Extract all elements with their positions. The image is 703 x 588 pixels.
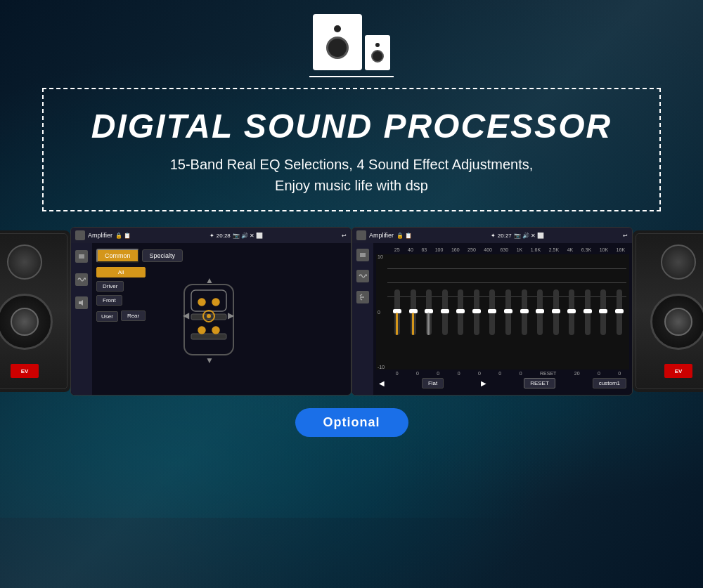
slider-handle-8[interactable] — [504, 309, 512, 313]
slider-track-9[interactable] — [522, 289, 527, 335]
all-button[interactable]: All — [96, 267, 146, 277]
val-10: 0 — [598, 371, 600, 376]
vol-icon-r[interactable] — [356, 291, 369, 303]
freq-1k: 1K — [517, 247, 523, 252]
slider-fill-2 — [412, 313, 414, 335]
rear-button[interactable]: Rear — [121, 311, 146, 321]
slider-track-10[interactable] — [537, 289, 543, 335]
eq-band-7[interactable] — [489, 284, 495, 340]
front-button[interactable]: Front — [96, 295, 122, 306]
slider-track-14[interactable] — [600, 289, 606, 335]
eq-band-1[interactable] — [394, 284, 400, 340]
slider-handle-5[interactable] — [456, 309, 465, 313]
eq-band-14[interactable] — [600, 284, 606, 340]
prev-icon[interactable]: ◀ — [379, 379, 385, 387]
user-button[interactable]: User — [96, 311, 118, 322]
slider-handle-10[interactable] — [536, 309, 544, 313]
dashed-box: DIGITAL SOUND PROCESSOR 15-Band Real EQ … — [42, 88, 661, 211]
grid-line-10 — [387, 268, 626, 269]
flat-button[interactable]: Flat — [422, 378, 444, 388]
time-right: 20:27 — [498, 233, 512, 239]
eq-band-6[interactable] — [474, 284, 479, 340]
status-left-right: Amplifier 🔒 📋 — [356, 230, 412, 240]
slider-track-1[interactable] — [394, 289, 400, 335]
main-title: DIGITAL SOUND PROCESSOR — [72, 107, 631, 145]
back-icon-left[interactable]: ↩ — [342, 233, 347, 239]
eq-icon[interactable] — [75, 250, 88, 263]
eq-band-10[interactable] — [537, 284, 543, 340]
eq-bands-area: 10 0 -10 — [376, 254, 629, 370]
slider-handle-6[interactable] — [472, 309, 481, 313]
speaker-cabinet-left: EV — [0, 230, 70, 392]
val-11: 0 — [618, 371, 621, 376]
next-icon[interactable]: ▶ — [481, 379, 486, 387]
eq-band-3[interactable] — [426, 284, 432, 340]
optional-button[interactable]: Optional — [295, 408, 408, 437]
freq-25: 25 — [394, 247, 400, 252]
reset-button[interactable]: RESET — [524, 378, 555, 388]
freq-63k: 6.3K — [581, 247, 591, 252]
slider-track-3[interactable] — [426, 289, 432, 335]
eq-band-12[interactable] — [569, 284, 574, 340]
freq-250: 250 — [467, 247, 476, 252]
slider-handle-13[interactable] — [583, 309, 592, 313]
slider-track-8[interactable] — [505, 289, 511, 335]
amp-screen-body: Common Specialty All Driver Front — [71, 243, 351, 395]
slider-track-6[interactable] — [474, 289, 479, 335]
slider-handle-9[interactable] — [520, 309, 529, 313]
cab-tweeter-right — [661, 244, 696, 280]
eq-bottom-bar: ◀ Flat ▶ RESET custom1 — [376, 376, 629, 391]
slider-track-4[interactable] — [442, 289, 448, 335]
custom-button[interactable]: custom1 — [593, 378, 626, 388]
slider-track-2[interactable] — [411, 289, 416, 335]
wave-icon[interactable] — [75, 273, 88, 286]
back-icon-right[interactable]: ↩ — [623, 233, 628, 239]
car-diagram-svg: ◀ ▶ ▲ ▼ — [170, 270, 247, 369]
eq-band-11[interactable] — [553, 284, 559, 340]
eq-band-8[interactable] — [505, 284, 511, 340]
eq-bands — [390, 284, 626, 340]
eq-band-9[interactable] — [522, 284, 527, 340]
specialty-button[interactable]: Specialty — [142, 249, 183, 262]
eq-band-13[interactable] — [585, 284, 591, 340]
driver-button[interactable]: Driver — [96, 281, 124, 292]
freq-16k2: 16K — [617, 247, 625, 252]
slider-track-12[interactable] — [569, 289, 574, 335]
eq-band-4[interactable] — [442, 284, 448, 340]
slider-handle-7[interactable] — [488, 309, 496, 313]
home-icon-right — [356, 230, 366, 240]
svg-text:◀: ◀ — [183, 311, 190, 320]
speaker-cabinet-right: EV — [633, 230, 703, 392]
eq-icon-r[interactable] — [356, 249, 369, 261]
common-button[interactable]: Common — [96, 249, 139, 263]
slider-fill-1 — [396, 313, 398, 335]
slider-track-13[interactable] — [585, 289, 591, 335]
slider-fill-3 — [427, 313, 430, 335]
slider-track-15[interactable] — [617, 289, 622, 335]
phone-screen-right[interactable]: Amplifier 🔒 📋 ✦ 20:27 📷 🔊 ✕ ⬜ ↩ — [352, 227, 633, 396]
vol-icon-right: 📷 🔊 ✕ ⬜ — [514, 233, 545, 239]
slider-track-5[interactable] — [458, 289, 463, 335]
cab-woofer-inner-left — [11, 308, 39, 336]
slider-handle-11[interactable] — [552, 309, 560, 313]
val-1: 0 — [396, 371, 399, 376]
amp-knobs: All Driver Front User Rear — [96, 267, 146, 322]
eq-band-15[interactable] — [617, 284, 622, 340]
freq-10k: 10K — [600, 247, 608, 252]
cab-woofer-inner-right — [664, 308, 692, 336]
val-6: 0 — [498, 371, 501, 376]
phone-screen-left[interactable]: Amplifier 🔒 📋 ✦ 20:28 📷 🔊 ✕ ⬜ ↩ — [70, 227, 352, 396]
car-diagram: ◀ ▶ ▲ ▼ — [167, 267, 251, 372]
slider-track-7[interactable] — [489, 289, 495, 335]
volume-icon[interactable] — [75, 296, 88, 309]
wave-icon-r[interactable] — [356, 270, 369, 282]
eq-band-5[interactable] — [458, 284, 463, 340]
eq-band-2[interactable] — [411, 284, 416, 340]
amp-main: Common Specialty All Driver Front — [92, 243, 351, 395]
slider-handle-15[interactable] — [615, 309, 624, 313]
slider-handle-4[interactable] — [441, 309, 449, 313]
slider-handle-12[interactable] — [567, 309, 576, 313]
slider-track-11[interactable] — [553, 289, 559, 335]
freq-100: 100 — [435, 247, 444, 252]
slider-handle-14[interactable] — [599, 309, 607, 313]
